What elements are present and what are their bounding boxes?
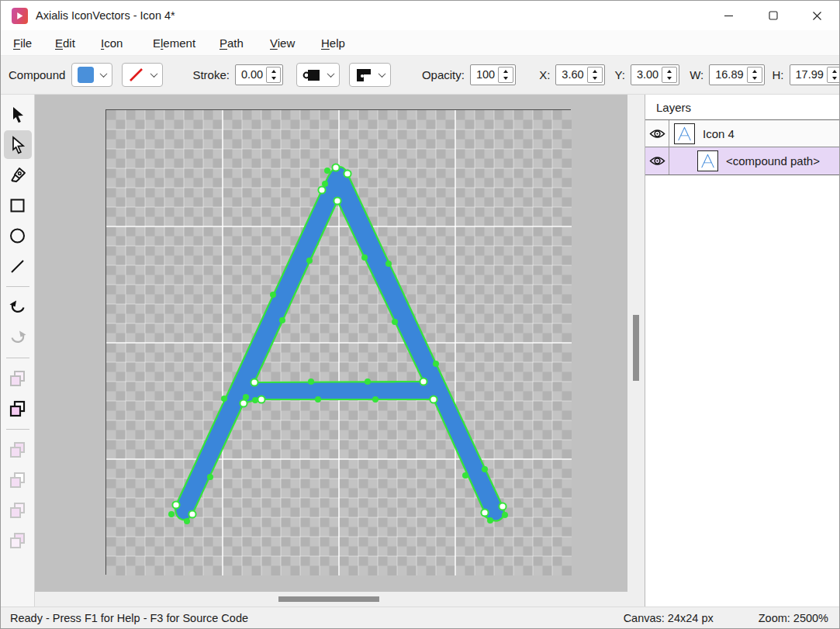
selection-type-label: Compound [9,68,65,81]
line-cap-icon [302,68,321,82]
layer-row-icon4[interactable]: Icon 4 [645,120,839,147]
close-button[interactable] [795,1,839,30]
intersect-icon [9,501,27,520]
menu-edit[interactable]: Edit [55,33,101,53]
layers-panel: Layers Icon 4 [645,95,839,607]
opacity-spinbox[interactable]: 100 [470,64,516,85]
status-bar: Ready - Press F1 for Help - F3 for Sourc… [1,607,839,628]
vertical-scrollbar[interactable] [627,95,645,607]
spin-up-button[interactable] [267,67,280,75]
canvas-workspace[interactable] [35,95,627,592]
undo-button[interactable] [4,292,32,321]
layer-name[interactable]: <compound path> [726,154,820,168]
y-spinbox[interactable]: 3.00 [631,64,679,85]
line-join-icon [355,68,372,82]
union-icon [9,441,27,459]
ellipse-tool-button[interactable] [4,221,32,250]
tool-separator [6,286,29,287]
vertical-scrollbar-thumb[interactable] [633,315,639,381]
group-icon [9,369,27,388]
union-tool-button[interactable] [4,435,32,464]
menu-help[interactable]: Help [321,33,360,53]
divider [669,120,669,147]
line-tool-button[interactable] [4,251,32,280]
spin-down-button[interactable] [828,75,840,83]
canvas-svg[interactable] [106,110,572,575]
layer-row-compound-path[interactable]: <compound path> [645,147,839,175]
undo-icon [9,299,27,316]
spin-down-button[interactable] [662,75,676,83]
line-cap-dropdown[interactable] [296,63,340,87]
spin-up-button[interactable] [828,67,840,75]
horizontal-scrollbar[interactable] [35,592,627,607]
menu-icon[interactable]: Icon [101,33,153,53]
spin-down-button[interactable] [748,75,762,83]
minimize-button[interactable] [707,1,751,30]
status-message: Ready - Press F1 for Help - F3 for Sourc… [1,612,248,624]
rectangle-tool-button[interactable] [4,191,32,219]
title-bar: Axialis IconVectors - Icon 4* [1,1,839,30]
redo-button[interactable] [4,323,32,351]
spin-up-button[interactable] [588,67,602,75]
h-spinbox[interactable]: 17.99 [790,64,840,85]
layer-thumbnail [697,150,718,171]
x-spinbox[interactable]: 3.60 [555,64,604,85]
stroke-label: Stroke: [192,68,230,81]
spin-up-button[interactable] [499,67,513,75]
spin-down-button[interactable] [267,75,280,83]
menu-path[interactable]: Path [220,33,270,53]
line-join-dropdown[interactable] [349,63,391,87]
chevron-down-icon [100,70,108,78]
eye-icon [649,155,665,167]
fill-color-dropdown[interactable] [71,63,112,87]
menu-element[interactable]: Element [153,33,220,53]
subtract-tool-button[interactable] [4,465,32,494]
redo-icon [9,329,27,346]
intersect-tool-button[interactable] [4,496,32,524]
tool-separator [6,358,29,358]
tool-palette [1,95,35,607]
visibility-toggle[interactable] [645,155,669,167]
tool-separator [6,429,29,430]
spin-up-button[interactable] [662,67,676,75]
line-icon [9,257,27,275]
chevron-down-icon [327,70,334,78]
canvas-region [35,95,627,607]
menu-bar: File Edit Icon Element Path View Help [1,30,839,56]
rectangle-icon [9,196,27,215]
layer-thumbnail [674,123,695,144]
layer-name[interactable]: Icon 4 [703,127,735,140]
menu-view[interactable]: View [270,33,321,53]
opacity-label: Opacity: [422,68,465,81]
menu-file[interactable]: File [13,33,55,53]
app-logo-icon [12,8,28,24]
horizontal-scrollbar-thumb[interactable] [278,596,379,602]
zoom-indicator: Zoom: 2500% [759,612,828,624]
group-tool-button[interactable] [4,364,32,392]
select-tool-button[interactable] [4,100,32,129]
direct-select-tool-button[interactable] [4,130,32,159]
app-window: Axialis IconVectors - Icon 4* File Edit … [0,0,840,629]
exclude-tool-button[interactable] [4,526,32,555]
select-arrow-icon [9,105,26,124]
w-spinbox[interactable]: 16.89 [709,64,764,85]
subtract-icon [9,471,27,489]
exclude-icon [9,531,27,550]
stroke-color-swatch [128,67,144,83]
maximize-button[interactable] [751,1,795,30]
visibility-toggle[interactable] [645,128,669,140]
compound-tool-button[interactable] [4,394,32,423]
spin-down-button[interactable] [499,75,513,83]
eye-icon [649,128,665,140]
h-label: H: [773,68,784,81]
compound-icon [9,399,27,418]
layers-header: Layers [645,95,839,119]
pen-tool-button[interactable] [4,161,32,189]
chevron-down-icon [378,70,385,78]
pen-icon [9,166,27,185]
spin-down-button[interactable] [588,75,602,83]
spin-up-button[interactable] [748,67,762,75]
stroke-width-spinbox[interactable]: 0.00 [235,64,283,85]
stroke-color-dropdown[interactable] [122,63,163,87]
w-label: W: [690,68,703,81]
